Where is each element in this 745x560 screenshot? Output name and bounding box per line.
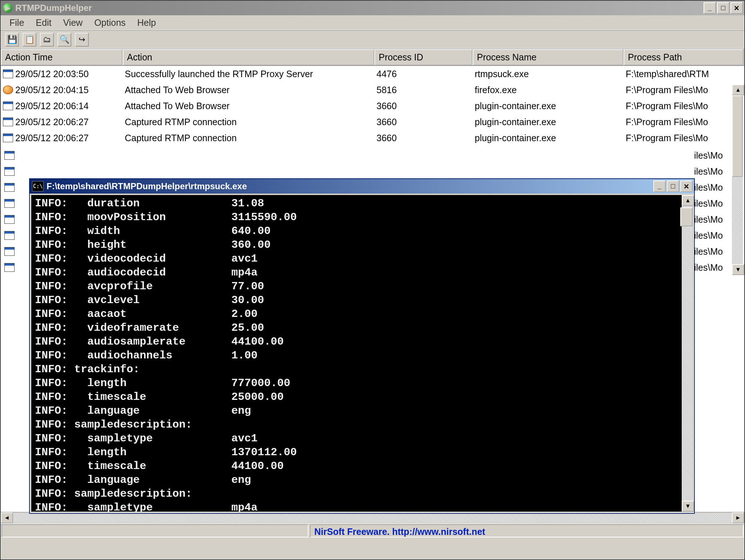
console-scroll-down-icon[interactable]: ▼: [682, 501, 694, 512]
col-action-time[interactable]: Action Time: [1, 49, 123, 65]
properties-icon[interactable]: 🗂: [40, 33, 54, 47]
list-body: 29/05/12 20:03:50Successfully launched t…: [1, 66, 744, 146]
console-title: F:\temp\shared\RTMPDumpHelper\rtmpsuck.e…: [47, 181, 247, 191]
table-row[interactable]: 29/05/12 20:06:27Captured RTMP connectio…: [1, 114, 744, 130]
firefox-icon: [3, 86, 13, 94]
cell-pid: 5816: [374, 85, 473, 95]
window-icon: [4, 263, 15, 272]
copy-icon[interactable]: 📋: [23, 33, 36, 47]
console-vscrollbar[interactable]: ▲ ▼: [682, 195, 693, 512]
cell-pid: 3660: [374, 117, 473, 127]
cell-time: 29/05/12 20:06:14: [15, 101, 89, 111]
menubar: File Edit View Options Help: [1, 15, 744, 31]
console-scroll-up-icon[interactable]: ▲: [682, 195, 694, 206]
app-icon: ▶: [3, 3, 12, 13]
col-action[interactable]: Action: [123, 49, 374, 65]
cell-time: 29/05/12 20:03:50: [15, 69, 89, 79]
window-icon: [4, 183, 15, 192]
console-output: INFO: duration 31.08 INFO: moovPosition …: [31, 195, 693, 512]
cell-ppath: F:\Program Files\Mo: [624, 133, 744, 143]
menu-view[interactable]: View: [58, 17, 88, 29]
list-header: Action Time Action Process ID Process Na…: [1, 49, 744, 66]
cell-action: Attached To Web Browser: [123, 101, 374, 111]
col-process-path[interactable]: Process Path: [624, 49, 744, 65]
cell-pid: 3660: [374, 133, 473, 143]
status-left: [1, 524, 308, 537]
window-icon: [4, 231, 15, 240]
cell-pid: 3660: [374, 101, 473, 111]
col-process-id[interactable]: Process ID: [374, 49, 473, 65]
cmd-icon: C:\: [32, 181, 44, 191]
menu-options[interactable]: Options: [89, 17, 131, 29]
table-row[interactable]: 29/05/12 20:03:50Successfully launched t…: [1, 66, 744, 82]
cell-action: Attached To Web Browser: [123, 85, 374, 95]
minimize-button[interactable]: _: [704, 2, 716, 14]
window-icon: [4, 215, 15, 224]
table-row[interactable]: 29/05/12 20:06:14Attached To Web Browser…: [1, 98, 744, 114]
main-titlebar[interactable]: ▶ RTMPDumpHelper _ □ ✕: [1, 1, 744, 15]
window-icon: [4, 199, 15, 208]
maximize-button[interactable]: □: [717, 2, 729, 14]
cell-ppath: F:\Program Files\Mo: [624, 101, 744, 111]
console-close-button[interactable]: ✕: [680, 180, 693, 192]
cell-pname: plugin-container.exe: [473, 133, 624, 143]
col-process-name[interactable]: Process Name: [473, 49, 624, 65]
console-minimize-button[interactable]: _: [653, 180, 666, 192]
console-scroll-thumb[interactable]: [680, 207, 693, 226]
window-icon: [3, 69, 13, 78]
status-link[interactable]: NirSoft Freeware. http://www.nirsoft.net: [310, 524, 744, 537]
cell-time: 29/05/12 20:06:27: [15, 133, 89, 143]
cell-pname: rtmpsuck.exe: [473, 69, 624, 79]
window-icon: [4, 247, 15, 256]
find-icon[interactable]: 🔍: [57, 33, 71, 47]
window-icon: [3, 102, 13, 110]
menu-file[interactable]: File: [4, 17, 29, 29]
scroll-thumb[interactable]: [732, 95, 743, 177]
console-maximize-button[interactable]: □: [667, 180, 679, 192]
console-window: C:\ F:\temp\shared\RTMPDumpHelper\rtmpsu…: [29, 178, 695, 514]
toolbar: 💾 📋 🗂 🔍 ↪: [1, 31, 744, 49]
scroll-up-icon[interactable]: ▲: [732, 84, 744, 95]
cell-time: 29/05/12 20:04:15: [15, 85, 89, 95]
statusbar: NirSoft Freeware. http://www.nirsoft.net: [1, 523, 744, 538]
table-row[interactable]: 29/05/12 20:06:27Captured RTMP connectio…: [1, 130, 744, 146]
window-icon: [4, 151, 15, 160]
table-row[interactable]: 29/05/12 20:04:15Attached To Web Browser…: [1, 82, 744, 98]
cell-ppath: F:\Program Files\Mo: [624, 85, 744, 95]
cell-pname: plugin-container.exe: [473, 117, 624, 127]
scroll-right-icon[interactable]: ►: [732, 512, 744, 523]
cell-pname: firefox.exe: [473, 85, 624, 95]
cell-pname: plugin-container.exe: [473, 101, 624, 111]
cell-action: Captured RTMP connection: [123, 117, 374, 127]
window-icon: [3, 118, 13, 126]
cell-action: Captured RTMP connection: [123, 133, 374, 143]
cell-ppath: F:\temp\shared\RTM: [624, 69, 744, 79]
list-vscrollbar[interactable]: ▲ ▼: [732, 84, 743, 275]
console-window-controls: _ □ ✕: [653, 180, 693, 192]
window-title: RTMPDumpHelper: [15, 3, 92, 13]
console-titlebar[interactable]: C:\ F:\temp\shared\RTMPDumpHelper\rtmpsu…: [30, 179, 694, 194]
save-icon[interactable]: 💾: [5, 33, 19, 47]
scroll-down-icon[interactable]: ▼: [732, 264, 744, 275]
window-icon: [3, 134, 13, 142]
cell-ppath: F:\Program Files\Mo: [624, 117, 744, 127]
cell-time: 29/05/12 20:06:27: [15, 117, 89, 127]
cell-action: Successfully launched the RTMP Proxy Ser…: [123, 69, 374, 79]
menu-help[interactable]: Help: [132, 17, 161, 29]
menu-edit[interactable]: Edit: [31, 17, 56, 29]
window-controls: _ □ ✕: [704, 2, 743, 14]
scroll-left-icon[interactable]: ◄: [1, 512, 13, 523]
cell-pid: 4476: [374, 69, 473, 79]
exit-icon[interactable]: ↪: [75, 33, 89, 47]
close-button[interactable]: ✕: [730, 2, 743, 14]
hscroll-track[interactable]: [13, 513, 732, 523]
window-icon: [4, 167, 15, 176]
